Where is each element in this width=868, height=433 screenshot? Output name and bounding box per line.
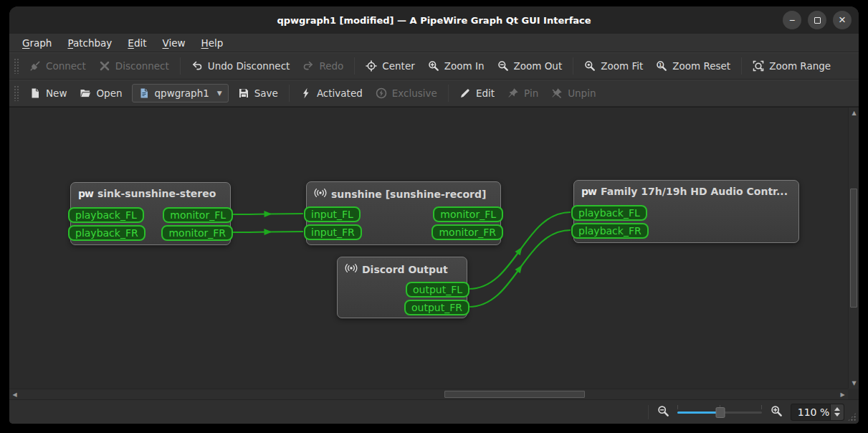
minimize-button[interactable]: − [783, 11, 801, 29]
zoom-out-button[interactable]: Zoom Out [491, 57, 569, 75]
zoom-in-icon [428, 60, 439, 72]
zoom-spinbox[interactable]: 110 % [791, 404, 844, 421]
zoom-slider[interactable] [677, 405, 762, 419]
node-sunshine-sunshine-record[interactable]: sunshine [sunshine-record]input_FLinput_… [306, 181, 501, 245]
node-header[interactable]: Discord Output [338, 257, 467, 279]
edit-button[interactable]: Edit [453, 84, 501, 103]
zoom-out-button[interactable] [654, 404, 672, 421]
button-label: qpwgraph1 [155, 87, 209, 99]
button-label: Zoom Fit [601, 60, 643, 72]
menu-graph[interactable]: Graph [15, 35, 59, 51]
button-label: Redo [319, 60, 343, 72]
qpwgraph1-dropdown[interactable]: qpwgraph1▼ [132, 84, 229, 103]
port-sink-sunshine-stereo-monitor-fl[interactable]: monitor_FL [163, 207, 233, 223]
undo-icon [191, 60, 203, 72]
node-header[interactable]: pwFamily 17h/19h HD Audio Contr... [574, 181, 798, 200]
unpin-button[interactable]: Unpin [545, 84, 602, 103]
menu-view[interactable]: View [156, 35, 193, 51]
pipewire-icon: pw [78, 188, 93, 200]
node-header[interactable]: sunshine [sunshine-record] [307, 182, 500, 204]
node-title: sunshine [sunshine-record] [331, 189, 486, 200]
port-sink-sunshine-stereo-monitor-fr[interactable]: monitor_FR [161, 225, 233, 241]
vertical-scrollbar-thumb[interactable] [850, 189, 857, 308]
node-discord-output[interactable]: Discord Outputoutput_FLoutput_FR [337, 257, 467, 318]
button-label: New [46, 87, 67, 99]
node-header[interactable]: pwsink-sunshine-stereo [71, 183, 230, 202]
toolbar-separator [180, 57, 181, 75]
activated-icon [300, 87, 312, 99]
activated-button[interactable]: Activated [294, 84, 369, 103]
spin-up-icon[interactable] [834, 407, 840, 411]
save-button[interactable]: Save [232, 84, 285, 103]
toolbar-drag-handle[interactable] [14, 85, 19, 101]
exclusive-icon [376, 87, 387, 99]
port-sunshine-sunshine-record-input-fl[interactable]: input_FL [304, 206, 361, 222]
statusbar: 110 % [9, 399, 859, 424]
window-controls: −× [783, 11, 852, 29]
port-discord-output-output-fl[interactable]: output_FL [406, 282, 469, 298]
pipewire-icon: pw [581, 186, 596, 198]
port-sunshine-sunshine-record-monitor-fl[interactable]: monitor_FL [433, 206, 503, 222]
open-button[interactable]: Open [73, 84, 128, 103]
port-family-17h-19h-hd-audio-contr-playback-fl[interactable]: playback_FL [571, 205, 647, 221]
center-button[interactable]: Center [359, 57, 421, 75]
horizontal-scrollbar-thumb[interactable] [444, 391, 585, 398]
scroll-up-icon[interactable]: ▲ [849, 108, 859, 118]
open-icon [80, 87, 91, 99]
node-family-17h-19h-hd-audio-contr[interactable]: pwFamily 17h/19h HD Audio Contr...playba… [573, 180, 799, 243]
zoom-slider-handle[interactable] [716, 407, 725, 418]
vertical-scrollbar[interactable]: ▲ ▼ [848, 108, 859, 389]
port-sink-sunshine-stereo-playback-fl[interactable]: playback_FL [68, 207, 144, 223]
node-title: Discord Output [362, 264, 448, 275]
broadcast-icon [345, 262, 358, 276]
toolbar-separator [573, 57, 573, 75]
save-icon [238, 87, 249, 99]
zoom-range-button[interactable]: Zoom Range [746, 57, 837, 75]
new-icon [29, 87, 41, 99]
scroll-right-icon[interactable]: ▶ [837, 389, 848, 399]
toolbar-separator [741, 57, 742, 75]
close-button[interactable]: × [833, 11, 852, 29]
port-family-17h-19h-hd-audio-contr-playback-fr[interactable]: playback_FR [571, 223, 649, 239]
toolbar-patchbay: NewOpenqpwgraph1▼SaveActivatedExclusiveE… [9, 80, 859, 107]
toolbar-drag-handle[interactable] [14, 58, 19, 74]
button-label: Save [254, 87, 278, 99]
exclusive-button[interactable]: Exclusive [369, 84, 444, 103]
scroll-left-icon[interactable]: ◀ [9, 389, 20, 399]
slider-tick [761, 405, 762, 409]
zoom-fit-button[interactable]: Zoom Fit [578, 57, 649, 75]
horizontal-scrollbar[interactable]: ◀ ▶ [9, 389, 848, 399]
button-label: Edit [476, 87, 495, 99]
zoom-in-button[interactable]: Zoom In [421, 57, 491, 75]
disconnect-button[interactable]: Disconnect [92, 57, 176, 75]
port-sink-sunshine-stereo-playback-fr[interactable]: playback_FR [68, 225, 146, 241]
zoom-out-icon [657, 405, 669, 419]
port-sunshine-sunshine-record-monitor-fr[interactable]: monitor_FR [431, 224, 503, 240]
menu-edit[interactable]: Edit [120, 35, 153, 51]
redo-button[interactable]: Redo [296, 57, 350, 75]
zoom-fit-icon [584, 60, 596, 72]
unpin-icon [551, 87, 563, 99]
undo-disconnect-button[interactable]: Undo Disconnect [185, 57, 297, 75]
menu-patchbay[interactable]: Patchbay [60, 35, 119, 51]
titlebar[interactable]: qpwgraph1 [modified] — A PipeWire Graph … [9, 6, 859, 34]
connect-button[interactable]: Connect [23, 57, 92, 75]
toolbar-separator [448, 85, 449, 102]
port-discord-output-output-fr[interactable]: output_FR [404, 300, 469, 315]
spin-down-icon[interactable] [834, 413, 840, 417]
edit-icon [459, 87, 471, 99]
zoom-in-button[interactable] [768, 404, 785, 421]
menu-help[interactable]: Help [194, 35, 231, 51]
resize-grip-icon[interactable] [847, 412, 857, 422]
new-button[interactable]: New [23, 84, 73, 103]
maximize-button[interactable] [808, 11, 826, 29]
graph-canvas[interactable]: ▲ ▼ ◀ ▶ pwsink-sunshine-stereoplayback_F… [9, 107, 859, 399]
disconnect-icon [99, 60, 110, 72]
port-sunshine-sunshine-record-input-fr[interactable]: input_FR [304, 224, 362, 240]
button-label: Zoom Reset [672, 60, 730, 72]
node-sink-sunshine-stereo[interactable]: pwsink-sunshine-stereoplayback_FLplaybac… [70, 182, 231, 245]
zoom-reset-button[interactable]: 1Zoom Reset [649, 57, 737, 75]
button-label: Activated [317, 87, 363, 99]
scroll-down-icon[interactable]: ▼ [849, 378, 859, 389]
pin-button[interactable]: Pin [501, 84, 545, 103]
